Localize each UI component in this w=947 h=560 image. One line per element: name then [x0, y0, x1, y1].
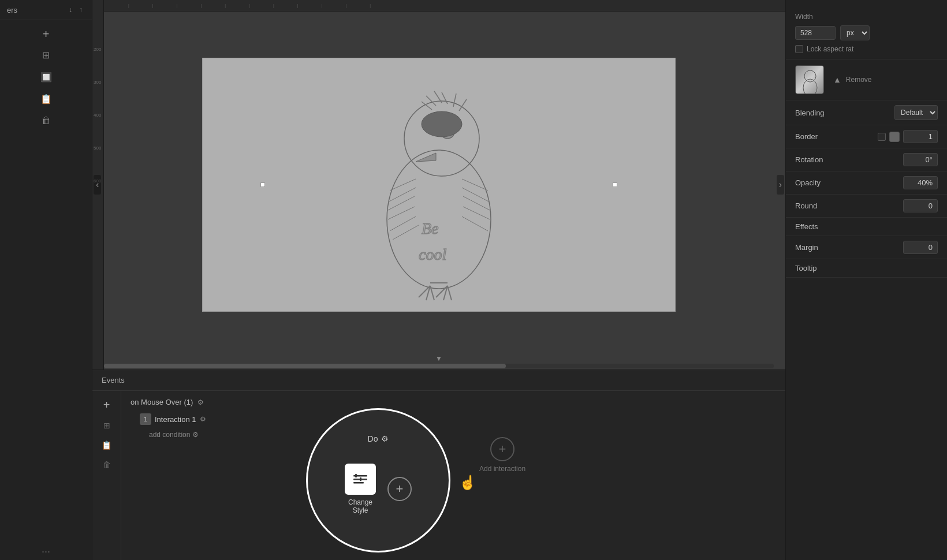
- layer-button[interactable]: ⊞: [99, 417, 115, 434]
- center-area: | | | | | | | | | | | 200 300: [92, 0, 785, 560]
- svg-line-30: [448, 286, 452, 300]
- effects-row: Effects: [786, 218, 947, 236]
- canvas-frame: Be cool: [202, 58, 676, 312]
- add-event-button[interactable]: +: [98, 395, 116, 414]
- lock-aspect-label: Lock aspect rat: [807, 45, 853, 53]
- lock-aspect-row: Lock aspect rat: [795, 45, 938, 53]
- canvas-scrollbar-thumb: [104, 364, 506, 368]
- event-gear-icon[interactable]: ⚙: [197, 398, 204, 406]
- events-header-label: Events: [102, 376, 125, 384]
- fill-actions: Remove: [846, 74, 872, 85]
- app-layout: ers ↓ ↑ + ⊞ 🔲 📋 🗑 ... | | | |: [0, 0, 947, 560]
- delete-icon-button[interactable]: 🗑: [35, 110, 58, 131]
- add-interaction-button[interactable]: + Add interaction: [479, 437, 525, 473]
- border-color-swatch[interactable]: [889, 132, 900, 142]
- margin-row: Margin 0: [786, 236, 947, 259]
- add-interaction-circle-icon: +: [490, 437, 514, 461]
- effects-label: Effects: [795, 222, 836, 231]
- svg-rect-36: [360, 477, 361, 481]
- round-value: 0: [903, 199, 938, 212]
- sidebar-more-button[interactable]: ...: [0, 539, 92, 560]
- canvas-nav-left-button[interactable]: ‹: [94, 175, 101, 195]
- bird-illustration: Be cool: [203, 58, 675, 311]
- border-row: Border 1: [786, 125, 947, 148]
- svg-line-7: [453, 94, 456, 107]
- width-label: Width: [795, 13, 938, 21]
- canvas-area: | | | | | | | | | | | 200 300: [92, 0, 785, 369]
- left-sidebar: ers ↓ ↑ + ⊞ 🔲 📋 🗑 ...: [0, 0, 92, 560]
- do-gear-icon[interactable]: ⚙: [381, 434, 389, 443]
- width-row: px % em: [795, 25, 938, 40]
- change-style-label: ChangeStyle: [348, 498, 372, 514]
- width-input[interactable]: [795, 26, 836, 40]
- round-label: Round: [795, 201, 836, 210]
- event-name-row: on Mouse Over (1) ⚙: [131, 398, 776, 406]
- remove-button[interactable]: Remove: [846, 74, 872, 85]
- rotation-label: Rotation: [795, 155, 836, 164]
- svg-text:cool: cool: [419, 245, 446, 263]
- svg-line-22: [462, 216, 488, 231]
- svg-rect-35: [355, 474, 357, 477]
- events-body: + ⊞ 📋 🗑 on Mouse Over (1) ⚙ 1 Inter: [92, 391, 785, 560]
- event-name-label: on Mouse Over (1): [131, 398, 193, 406]
- blending-select[interactable]: Default Multiply Screen: [894, 105, 938, 120]
- canvas-nav-right-button[interactable]: ›: [777, 175, 784, 195]
- grid-icon-button[interactable]: ⊞: [35, 44, 58, 65]
- sidebar-header-label: ers: [7, 6, 17, 14]
- opacity-value: 40%: [903, 176, 938, 189]
- fill-thumb-svg: [796, 66, 824, 94]
- events-header: Events: [92, 370, 785, 391]
- svg-line-6: [442, 92, 448, 104]
- svg-line-15: [388, 207, 415, 219]
- margin-value: 0: [903, 241, 938, 254]
- do-popup-circle: Do ⚙: [306, 408, 450, 552]
- width-unit-select[interactable]: px % em: [840, 25, 870, 40]
- paste-icon-button[interactable]: 📋: [35, 88, 58, 109]
- interaction-gear-icon[interactable]: ⚙: [200, 415, 206, 423]
- copy-button[interactable]: 📋: [99, 437, 115, 453]
- change-style-icon: [345, 464, 376, 495]
- fill-section: ▲ Remove: [786, 59, 947, 100]
- arrow-down-button[interactable]: ↓: [66, 5, 74, 15]
- layer-icon-button[interactable]: 🔲: [35, 66, 58, 87]
- canvas-content: Be cool: [104, 12, 774, 358]
- svg-point-38: [803, 79, 817, 94]
- do-label: Do: [368, 434, 378, 443]
- svg-rect-34: [353, 482, 364, 484]
- svg-point-0: [387, 150, 491, 289]
- round-row: Round 0: [786, 195, 947, 218]
- add-condition-row[interactable]: add condition ⚙: [149, 431, 776, 439]
- width-section: Width px % em Lock aspect rat: [786, 7, 947, 59]
- add-condition-gear-icon[interactable]: ⚙: [192, 431, 199, 439]
- delete-button[interactable]: 🗑: [99, 457, 115, 473]
- canvas-scrollbar-h[interactable]: [104, 364, 774, 368]
- interaction-row: 1 Interaction 1 ⚙: [140, 413, 776, 425]
- arrow-up-button[interactable]: ↑: [77, 5, 85, 15]
- events-content: on Mouse Over (1) ⚙ 1 Interaction 1 ⚙ ad…: [121, 391, 785, 560]
- add-condition-label: add condition: [149, 431, 190, 439]
- interaction-number: 1: [140, 413, 151, 425]
- canvas-expand-button[interactable]: ▼: [435, 354, 442, 363]
- border-label: Border: [795, 132, 836, 141]
- svg-point-37: [804, 70, 816, 82]
- border-checkbox[interactable]: [878, 133, 886, 141]
- margin-label: Margin: [795, 243, 836, 252]
- add-interaction-label: Add interaction: [479, 465, 525, 473]
- fill-thumbnail[interactable]: [795, 65, 824, 94]
- tooltip-row: Tooltip: [786, 259, 947, 278]
- popup-add-button[interactable]: +: [387, 477, 412, 501]
- events-panel: Events + ⊞ 📋 🗑 on Mouse Over (1) ⚙: [92, 369, 785, 560]
- lock-aspect-checkbox[interactable]: [795, 45, 803, 53]
- sidebar-arrows: ↓ ↑: [66, 5, 85, 15]
- change-style-button[interactable]: ChangeStyle: [345, 464, 376, 514]
- popup-actions: ChangeStyle +: [345, 464, 412, 514]
- svg-point-5: [422, 111, 462, 137]
- sidebar-header: ers ↓ ↑: [0, 0, 92, 20]
- svg-line-21: [463, 207, 490, 219]
- popup-header: Do ⚙: [368, 434, 389, 443]
- svg-text:Be: Be: [422, 219, 439, 237]
- change-style-svg: [352, 471, 369, 488]
- sidebar-icons: + ⊞ 🔲 📋 🗑: [0, 20, 92, 136]
- right-sidebar: Width px % em Lock aspect rat: [785, 0, 947, 560]
- add-element-button[interactable]: +: [37, 25, 55, 43]
